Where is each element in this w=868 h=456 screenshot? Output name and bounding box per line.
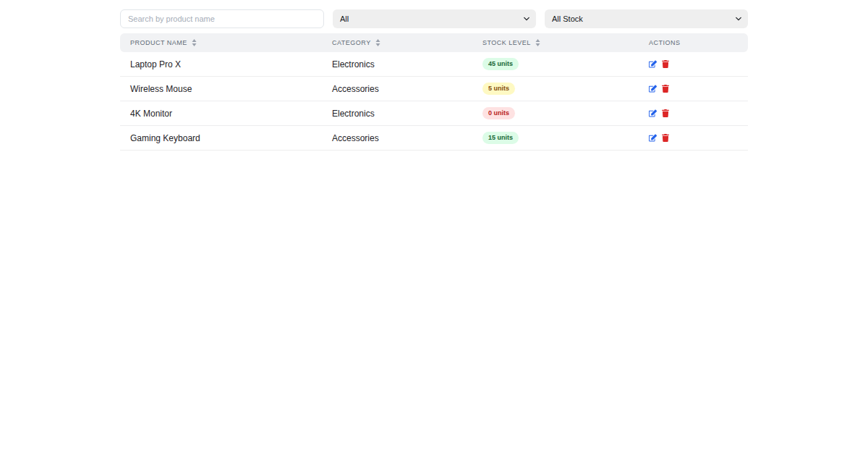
column-label: Category — [332, 39, 371, 46]
inventory-panel: All All Stock Product Name — [120, 9, 748, 151]
sort-up-down-icon[interactable] — [192, 39, 197, 46]
table-row: Gaming Keyboard Accessories 15 units — [120, 126, 748, 151]
edit-pencil-square-icon — [649, 85, 657, 93]
search-input[interactable] — [120, 9, 324, 28]
column-label: Stock Level — [482, 39, 531, 46]
category-filter-wrap: All — [333, 9, 536, 28]
edit-button[interactable] — [649, 85, 657, 93]
actions-cell — [639, 101, 748, 126]
stock-badge: 5 units — [482, 83, 515, 95]
table-header: Product Name Category — [120, 33, 748, 52]
stock-level-cell: 15 units — [472, 126, 639, 151]
edit-button[interactable] — [649, 60, 657, 68]
column-header-category[interactable]: Category — [322, 33, 472, 52]
stock-badge: 45 units — [482, 58, 519, 70]
stock-level-cell: 0 units — [472, 101, 639, 126]
delete-button[interactable] — [662, 85, 669, 93]
category-cell: Accessories — [322, 126, 472, 151]
edit-pencil-square-icon — [649, 134, 657, 142]
stock-level-cell: 45 units — [472, 52, 639, 77]
trash-icon — [662, 60, 669, 68]
filter-bar: All All Stock — [120, 9, 748, 28]
actions-cell — [639, 52, 748, 77]
trash-icon — [662, 85, 669, 93]
delete-button[interactable] — [662, 60, 669, 68]
column-header-product-name[interactable]: Product Name — [120, 33, 322, 52]
stock-filter-select[interactable]: All Stock — [545, 9, 748, 28]
actions-cell — [639, 126, 748, 151]
products-table: Product Name Category — [120, 33, 748, 151]
sort-up-down-icon[interactable] — [535, 39, 540, 46]
stock-level-cell: 5 units — [472, 77, 639, 101]
category-cell: Electronics — [322, 52, 472, 77]
category-filter-select[interactable]: All — [333, 9, 536, 28]
edit-button[interactable] — [649, 134, 657, 142]
delete-button[interactable] — [662, 134, 669, 142]
product-name-cell: Laptop Pro X — [120, 52, 322, 77]
edit-button[interactable] — [649, 109, 657, 117]
delete-button[interactable] — [662, 109, 669, 117]
product-name-cell: Wireless Mouse — [120, 77, 322, 101]
stock-badge: 0 units — [482, 107, 515, 119]
actions-cell — [639, 77, 748, 101]
column-header-stock-level[interactable]: Stock Level — [472, 33, 639, 52]
stock-filter-wrap: All Stock — [545, 9, 748, 28]
category-cell: Electronics — [322, 101, 472, 126]
trash-icon — [662, 109, 669, 117]
column-label: Actions — [649, 39, 681, 46]
table-row: Wireless Mouse Accessories 5 units — [120, 77, 748, 101]
edit-pencil-square-icon — [649, 109, 657, 117]
stock-badge: 15 units — [482, 132, 519, 144]
product-name-cell: Gaming Keyboard — [120, 126, 322, 151]
sort-up-down-icon[interactable] — [375, 39, 380, 46]
table-body: Laptop Pro X Electronics 45 units Wirele… — [120, 52, 748, 151]
product-name-cell: 4K Monitor — [120, 101, 322, 126]
column-label: Product Name — [130, 39, 187, 46]
edit-pencil-square-icon — [649, 60, 657, 68]
table-row: Laptop Pro X Electronics 45 units — [120, 52, 748, 77]
category-cell: Accessories — [322, 77, 472, 101]
table-row: 4K Monitor Electronics 0 units — [120, 101, 748, 126]
column-header-actions: Actions — [639, 33, 748, 52]
trash-icon — [662, 134, 669, 142]
